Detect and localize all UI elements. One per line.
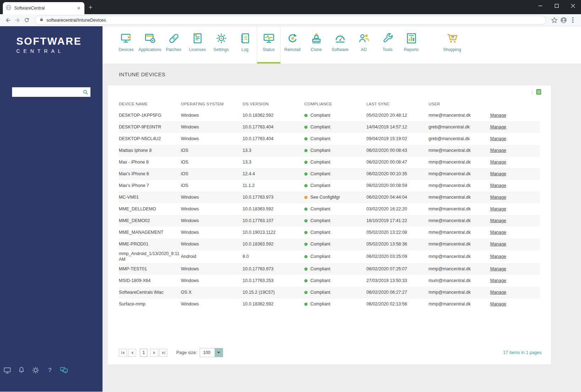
nav-item-label: Devices [118,47,134,52]
search-button[interactable] [81,87,90,97]
table-row: Max - iPhone 8iOS13.3Compliant06/02/2020… [119,156,540,168]
device-table-body: DESKTOP-1KPP5FGWindows10.0.18362.592Comp… [119,110,540,310]
manage-link[interactable]: Manage [490,242,506,247]
manage-link[interactable]: Manage [490,113,506,118]
manage-link[interactable]: Manage [490,254,506,259]
device-table: DEVICE NAME OPERATING SYSTEM OS VERSION … [119,98,540,310]
manage-link[interactable]: Manage [490,266,506,271]
manage-link[interactable]: Manage [490,278,506,283]
os-cell: Windows [181,203,243,215]
compliance-status-dot [304,149,308,152]
nav-item-log[interactable]: Log [233,26,257,64]
nav-item-status[interactable]: Status [257,26,281,64]
logo-text-central: CENTRAL [16,48,103,54]
reload-icon[interactable] [22,16,31,25]
nav-item-software[interactable]: Software [328,26,352,64]
nav-item-licenses[interactable]: Licenses [186,26,209,64]
manage-cell: Manage [490,145,540,156]
os-cell: Windows [181,215,243,227]
export-csv-button[interactable] [536,89,542,95]
first-page-button[interactable] [119,349,127,357]
url-bar[interactable]: softwarecentral/IntuneDevices [35,16,546,25]
compliance-label: Compliant [310,160,330,165]
manage-link[interactable]: Manage [490,136,506,141]
nav-item-devices[interactable]: Devices [114,26,138,64]
nav-item-patches[interactable]: Patches [162,26,186,64]
manage-link[interactable]: Manage [490,195,506,200]
browser-menu-icon[interactable] [568,16,577,25]
profile-avatar-icon[interactable] [559,16,568,25]
manage-link[interactable]: Manage [490,125,506,129]
tab-close-icon[interactable]: ✕ [76,5,82,11]
nav-item-tools[interactable]: Tools [376,26,399,64]
os-version-cell: 13.3 [243,145,304,156]
device-name-cell: DESKTOP-9FE0NTR [119,121,181,133]
shopping-icon [446,32,458,45]
compliance-status-dot [304,231,308,234]
nav-item-shopping[interactable]: Shopping [440,26,464,64]
new-tab-button[interactable]: + [89,4,93,11]
manage-cell: Manage [490,275,540,287]
next-page-button[interactable] [150,349,158,357]
os-version-cell: 10.0.19013.1122 [243,227,304,238]
user-cell: mme@mancentral.dk [428,145,490,156]
manage-link[interactable]: Manage [490,206,506,211]
device-name-cell: mmp_Android_1/13/2020_9:11 AM [119,250,181,263]
last-sync-cell: 06/02/2020 07:25:07 [366,263,428,275]
forward-icon[interactable] [13,16,22,25]
compliance-cell: Compliant [304,238,366,250]
lock-icon[interactable] [39,17,44,23]
ad-icon [358,32,370,45]
compliance-label: Compliant [310,290,330,295]
user-cell: greb@mancentral.dk [428,133,490,145]
search-input[interactable] [12,87,81,97]
manage-link[interactable]: Manage [490,230,506,235]
manage-link[interactable]: Manage [490,171,506,176]
window-minimize-button[interactable] [532,0,548,11]
device-name-cell: Max's iPhone 7 [119,180,181,192]
page-size-value: 100 [200,348,215,357]
manage-link[interactable]: Manage [490,160,506,165]
window-close-button[interactable] [565,0,581,11]
manage-cell: Manage [490,192,540,203]
bookmark-star-icon[interactable] [550,16,559,25]
manage-link[interactable]: Manage [490,183,506,188]
column-actions [490,98,540,110]
notifications-icon[interactable] [17,366,26,375]
nav-item-reinstall[interactable]: Reinstall [281,26,304,64]
manage-link[interactable]: Manage [490,218,506,223]
last-sync-cell: 03/02/2020 16:22:20 [366,203,428,215]
nav-item-applications[interactable]: Applications [138,26,162,64]
chevron-down-icon[interactable] [215,348,223,357]
computer-icon[interactable] [3,366,12,375]
page-size-select[interactable]: 100 [200,348,223,357]
compliance-status-dot [304,291,308,294]
back-icon[interactable] [4,16,13,25]
manage-link[interactable]: Manage [490,302,506,307]
current-page-input[interactable]: 1 [140,349,148,357]
nav-item-reports[interactable]: Reports [399,26,423,64]
previous-page-button[interactable] [128,349,136,357]
compliance-cell: Compliant [304,121,366,133]
last-sync-cell: 06/02/2020 03:25:09 [366,250,428,263]
column-compliance: COMPLIANCE [304,98,366,110]
help-icon[interactable]: ? [45,366,54,375]
devices-panel: | DEVICE NAME OPERATING SYSTEM O [108,85,551,364]
nav-item-ad[interactable]: AD [352,26,376,64]
browser-tab[interactable]: SoftwareCentral ✕ [3,2,84,14]
nav-item-label: Log [241,47,248,52]
table-row: MSID-1809-X64Windows10.0.17763.253Compli… [119,275,540,287]
window-maximize-button[interactable] [548,0,565,11]
manage-link[interactable]: Manage [490,148,506,153]
status-icon [263,32,275,45]
nav-item-clone[interactable]: Clone [304,26,328,64]
settings-icon[interactable] [31,366,40,375]
remote-support-icon[interactable] [60,366,68,375]
nav-item-label: Tools [382,47,392,52]
last-page-button[interactable] [159,349,167,357]
user-cell: mmp@mancentral.dk [428,156,490,168]
manage-link[interactable]: Manage [490,290,506,295]
device-name-cell: MME_DELLDEMO [119,203,181,215]
nav-item-settings[interactable]: Settings [209,26,233,64]
os-version-cell: 10.0.18363.592 [243,238,304,250]
